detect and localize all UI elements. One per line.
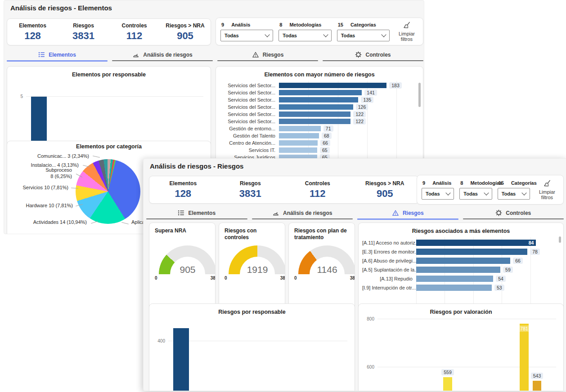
bar[interactable] [279, 119, 350, 124]
dropdown-value: Todas [502, 191, 516, 196]
filter-count: 15 [499, 180, 504, 186]
gauge-min: 0 [155, 276, 157, 281]
tab-an-lisis-de-riesgos[interactable]: Análisis de riesgos [252, 207, 353, 222]
pie-label: Comunicac... 3 (2,34%) [37, 153, 89, 160]
bar[interactable] [279, 83, 386, 88]
tab-controles[interactable]: Controles [323, 49, 423, 63]
chart-riesgos-por-valoracion[interactable]: Riesgos por valoración020040060080059288… [358, 303, 564, 391]
bar[interactable] [279, 147, 317, 153]
bar[interactable] [279, 140, 318, 146]
chart-title: Riesgos asociados a más elementos [362, 226, 560, 236]
plot-area: 0200400 [168, 319, 347, 391]
gauge-value: 1919 [229, 264, 285, 274]
tab-bar: ElementosAnálisis de riesgosRiesgosContr… [146, 207, 564, 222]
kpi-item: Riesgos3831 [58, 22, 109, 42]
dropdown-categorías[interactable]: Todas [337, 30, 390, 41]
bar[interactable] [279, 111, 350, 117]
scrollbar[interactable] [418, 83, 421, 107]
tab-label: Riesgos [263, 52, 284, 58]
bar[interactable]: 84 [416, 240, 536, 246]
dropdown-categorías[interactable]: Todas [498, 188, 530, 200]
broom-icon [543, 179, 552, 189]
bar-label: Servicios del Sector... [220, 83, 279, 88]
bar[interactable] [279, 90, 362, 95]
gauge-max: 3831 [350, 276, 355, 281]
pie-label: Actividades 14 (10,94%) [33, 219, 87, 226]
kpi-row: Elementos128Riesgos3831Controles112Riesg… [7, 19, 211, 45]
bar[interactable] [416, 258, 510, 264]
tab-elementos[interactable]: Elementos [7, 49, 108, 63]
bar[interactable] [173, 328, 189, 391]
clear-filters-button[interactable]: Limpiar filtros [535, 179, 559, 200]
pie[interactable] [76, 159, 140, 224]
kpi-item: Riesgos > NRA905 [351, 180, 419, 200]
dropdown-metodologías[interactable]: Todas [459, 188, 492, 200]
y-tick-label: 5 [20, 94, 23, 99]
chevron-down-icon [265, 32, 270, 37]
table-row: Gestión del Talento68 [220, 132, 419, 139]
bar[interactable] [416, 285, 492, 291]
chart-title: Elementos por categoría [7, 141, 211, 152]
value-label: 183 [389, 82, 402, 89]
kpi-card: Elementos128Riesgos3831Controles112Riesg… [7, 18, 211, 45]
gauge-max: 3831 [280, 276, 285, 281]
gauge-arc: 1919 [229, 245, 285, 274]
leader-line [71, 187, 78, 188]
scrollbar[interactable] [559, 236, 561, 243]
table-row: [A.5] Suplantación de la...59 [362, 265, 560, 274]
bar[interactable] [279, 104, 353, 110]
filter-group: 15CategoríasTodas [498, 180, 530, 200]
value-label: 781 [518, 325, 530, 332]
value-label: 543 [531, 373, 544, 379]
bar[interactable] [416, 276, 493, 282]
table-row: [A.11] Acceso no autoriz...84 [362, 238, 560, 247]
tab-riesgos[interactable]: Riesgos [217, 49, 318, 63]
filter-group: 8MetodologíasTodas [279, 22, 331, 41]
gauge-arc: 905 [159, 245, 216, 274]
warning-icon [392, 209, 399, 217]
tab-label: Análisis de riesgos [143, 52, 192, 58]
bar-label: Servicios del Sector... [220, 111, 279, 117]
bar[interactable] [416, 249, 527, 255]
dropdown-value: Todas [463, 191, 478, 196]
dropdown-análisis[interactable]: Todas [422, 188, 454, 200]
chart-riesgos-por-responsable[interactable]: Riesgos por responsable0200400Juan P.Jul… [149, 303, 355, 391]
pie-label: Servicios 10 (7,81%) [23, 185, 69, 191]
kpi-value: 112 [284, 188, 351, 200]
leader-line [93, 156, 100, 157]
gear-icon [495, 209, 502, 216]
filter-label: Metodologías [289, 22, 321, 27]
tab-riesgos[interactable]: Riesgos [357, 207, 458, 222]
tab-an-lisis-de-riesgos[interactable]: Análisis de riesgos [112, 49, 213, 63]
dropdown-metodologías[interactable]: Todas [279, 30, 331, 41]
table-row: Servicios del Sector...122 [220, 118, 419, 125]
kpi-label: Controles [284, 180, 351, 187]
kpi-value: 3831 [58, 30, 109, 42]
bar[interactable]: 781 [520, 324, 529, 391]
value-label: 54 [496, 276, 506, 282]
bar[interactable] [416, 267, 500, 273]
clear-filters-button[interactable]: Limpiar filtros [395, 21, 418, 42]
kpi-label: Elementos [7, 22, 58, 29]
tab-bar: ElementosAnálisis de riesgosRiesgosContr… [7, 49, 423, 63]
bar[interactable] [279, 126, 321, 131]
bar[interactable] [279, 133, 319, 138]
bar[interactable] [279, 97, 358, 102]
tab-label: Controles [506, 210, 531, 216]
dropdown-análisis[interactable]: Todas [220, 30, 273, 41]
clear-filters-label: Limpiar filtros [535, 189, 559, 200]
filter-card: 9AnálisisTodas8MetodologíasTodas15Catego… [417, 175, 564, 205]
bar-label: [A.11] Acceso no autoriz... [362, 240, 416, 245]
filter-count: 8 [460, 180, 463, 186]
table-row: Servicios IT.65 [220, 147, 419, 154]
tab-label: Análisis de riesgos [283, 210, 332, 216]
bar-label: Gestión de entorno... [220, 126, 279, 131]
chevron-down-icon [381, 32, 386, 37]
tab-controles[interactable]: Controles [463, 207, 564, 222]
gauge-value: 1146 [298, 264, 355, 274]
tab-elementos[interactable]: Elementos [146, 207, 247, 222]
gauge-max: 3831 [211, 276, 216, 281]
bar[interactable] [443, 377, 452, 391]
kpi-item: Riesgos3831 [217, 180, 284, 200]
bar[interactable] [533, 381, 542, 391]
